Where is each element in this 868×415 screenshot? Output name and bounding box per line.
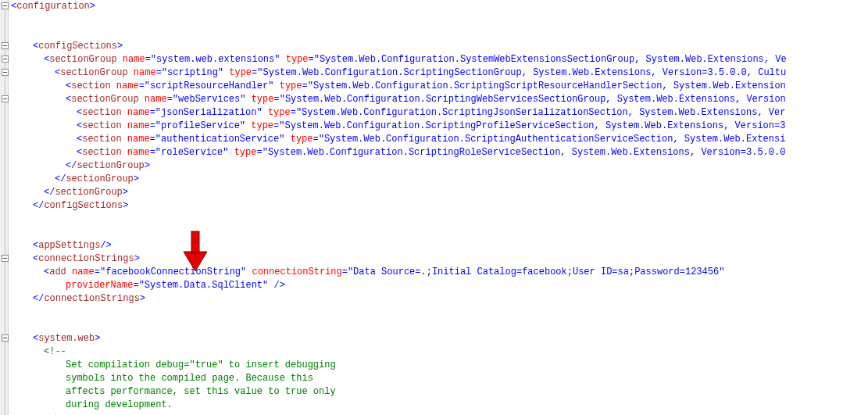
- fold-toggle-icon[interactable]: [2, 55, 9, 63]
- code-line: <appSettings/>: [11, 239, 868, 252]
- code-line: [11, 213, 868, 226]
- code-line: [11, 13, 868, 27]
- fold-toggle-icon[interactable]: [2, 42, 9, 49]
- code-line: </sectionGroup>: [11, 159, 868, 173]
- code-line: <add name="facebookConnectionString" con…: [11, 266, 868, 279]
- fold-toggle-icon[interactable]: [2, 255, 9, 262]
- code-line: <sectionGroup name="scripting" type="Sys…: [11, 66, 868, 80]
- code-line: <section name="scriptResourceHandler" ty…: [11, 80, 868, 93]
- code-line: <sectionGroup name="system.web.extension…: [11, 53, 868, 66]
- code-line: </sectionGroup>: [11, 186, 868, 199]
- code-line: <section name="profileService" type="Sys…: [11, 120, 868, 133]
- code-line: </connectionStrings>: [11, 292, 868, 306]
- fold-toggle-icon[interactable]: [2, 335, 9, 342]
- code-line: [11, 319, 868, 332]
- code-line: <system.web>: [11, 332, 868, 345]
- code-line: <section name="jsonSerialization" type="…: [11, 106, 868, 120]
- code-line: Set compilation debug="true" to insert d…: [11, 359, 868, 372]
- fold-toggle-icon[interactable]: [2, 69, 9, 76]
- code-line: [11, 226, 868, 239]
- code-line: -->: [11, 412, 868, 415]
- code-line: <configuration>: [11, 0, 868, 13]
- code-line: affects performance, set this value to t…: [11, 385, 868, 399]
- code-line: <connectionStrings>: [11, 252, 868, 266]
- code-line: [11, 27, 868, 40]
- code-editor-text: <configuration> <configSections><section…: [0, 0, 868, 415]
- code-line: </configSections>: [11, 199, 868, 213]
- code-line: <sectionGroup name="webServices" type="S…: [11, 93, 868, 106]
- code-line: <section name="roleService" type="System…: [11, 146, 868, 159]
- code-line: </sectionGroup>: [11, 173, 868, 186]
- fold-toggle-icon[interactable]: [2, 2, 9, 9]
- code-line: <section name="authenticationService" ty…: [11, 133, 868, 146]
- code-line: during development.: [11, 399, 868, 412]
- code-line: <!--: [11, 345, 868, 359]
- code-line: symbols into the compiled page. Because …: [11, 372, 868, 385]
- code-line: <configSections>: [11, 40, 868, 53]
- fold-toggle-icon[interactable]: [2, 95, 9, 102]
- code-line: [11, 306, 868, 319]
- code-line: providerName="System.Data.SqlClient" />: [11, 279, 868, 292]
